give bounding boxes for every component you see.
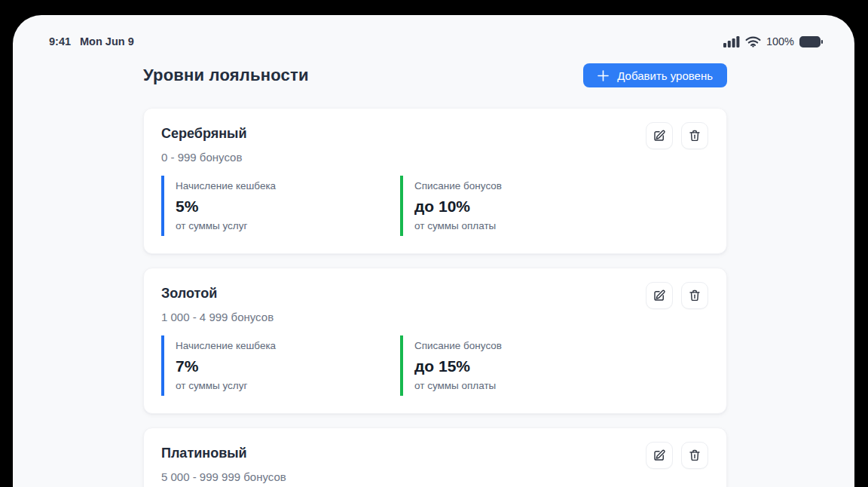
loyalty-levels-list: Серебряный 0 - 999 бонусов xyxy=(143,108,727,487)
status-left: 9:41 Mon Jun 9 xyxy=(49,35,134,47)
delete-button[interactable] xyxy=(681,442,708,469)
app-screen: 9:41 Mon Jun 9 100% xyxy=(13,15,854,487)
card-stats: Начисление кешбека 7% от суммы услуг Спи… xyxy=(161,335,708,396)
spending-value: до 15% xyxy=(414,357,502,376)
spending-label: Списание бонусов xyxy=(414,339,502,352)
cashback-label: Начисление кешбека xyxy=(176,179,400,192)
battery-percent: 100% xyxy=(766,35,794,47)
cashback-stat: Начисление кешбека 7% от суммы услуг xyxy=(161,335,400,396)
cashback-stat: Начисление кешбека 5% от суммы услуг xyxy=(161,176,400,236)
card-actions xyxy=(646,442,708,469)
cashback-caption: от суммы услуг xyxy=(176,379,400,392)
edit-button[interactable] xyxy=(646,122,673,149)
spending-caption: от суммы оплаты xyxy=(414,379,502,392)
page-title: Уровни лояльности xyxy=(143,66,309,85)
wifi-icon xyxy=(745,36,761,47)
card-range: 1 000 - 4 999 бонусов xyxy=(161,309,708,325)
cashback-label: Начисление кешбека xyxy=(176,339,400,352)
status-time: 9:41 xyxy=(49,35,71,47)
delete-button[interactable] xyxy=(681,282,708,309)
page-header: Уровни лояльности Добавить уровень xyxy=(143,63,727,87)
edit-icon xyxy=(653,289,666,302)
card-title: Золотой xyxy=(161,283,708,303)
cellular-signal-icon xyxy=(723,36,740,47)
spending-stat: Списание бонусов до 10% от суммы оплаты xyxy=(400,176,502,236)
device-frame: { "status_bar": { "time": "9:41", "date"… xyxy=(0,0,868,487)
add-level-button[interactable]: Добавить уровень xyxy=(583,63,727,87)
add-level-button-label: Добавить уровень xyxy=(617,69,713,82)
battery-icon xyxy=(799,36,823,47)
edit-icon xyxy=(653,449,666,462)
plus-icon xyxy=(598,70,609,81)
spending-stat: Списание бонусов до 15% от суммы оплаты xyxy=(400,335,502,396)
spending-caption: от суммы оплаты xyxy=(414,219,502,232)
edit-button[interactable] xyxy=(646,442,673,469)
cashback-value: 7% xyxy=(176,357,400,376)
card-actions xyxy=(646,282,708,309)
status-right: 100% xyxy=(723,35,823,47)
card-title: Серебряный xyxy=(161,124,708,143)
delete-button[interactable] xyxy=(681,122,708,149)
loyalty-card-gold: Золотой 1 000 - 4 999 бонусов xyxy=(143,268,727,414)
cashback-value: 5% xyxy=(176,197,400,216)
card-title: Платиновый xyxy=(161,443,708,463)
card-range: 5 000 - 999 999 бонусов xyxy=(161,469,708,485)
card-stats: Начисление кешбека 5% от суммы услуг Спи… xyxy=(161,176,708,236)
edit-button[interactable] xyxy=(646,282,673,309)
edit-icon xyxy=(653,129,666,142)
card-range: 0 - 999 бонусов xyxy=(161,149,708,165)
trash-icon xyxy=(688,289,701,302)
status-bar: 9:41 Mon Jun 9 100% xyxy=(49,35,823,48)
loyalty-card-platinum: Платиновый 5 000 - 999 999 бонусов xyxy=(143,427,727,487)
cashback-caption: от суммы услуг xyxy=(176,219,400,232)
spending-value: до 10% xyxy=(414,197,502,216)
status-date: Mon Jun 9 xyxy=(80,35,134,47)
trash-icon xyxy=(688,129,701,142)
trash-icon xyxy=(688,449,701,462)
loyalty-card-silver: Серебряный 0 - 999 бонусов xyxy=(143,108,727,254)
spending-label: Списание бонусов xyxy=(414,179,502,192)
card-actions xyxy=(646,122,708,149)
